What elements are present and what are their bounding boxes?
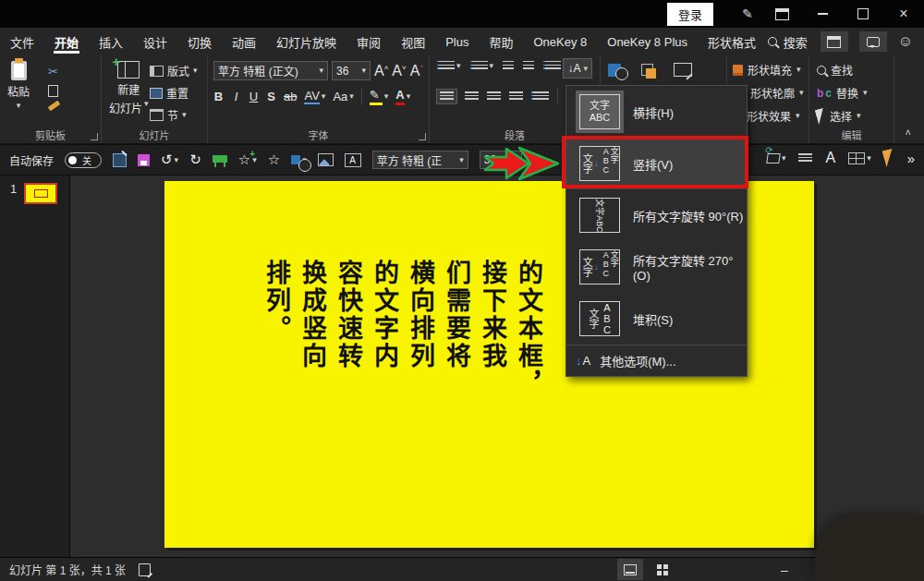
group-label-editing: 编辑 [809,127,894,142]
text-box-icon[interactable]: A [345,153,361,167]
arrange-icon[interactable] [641,64,653,76]
justify-button[interactable] [509,91,523,102]
bullets-button[interactable]: ▾ [437,61,461,71]
proofing-icon[interactable] [139,563,151,576]
highlight-color-button[interactable]: ✎▾ [370,88,389,105]
tab-onekey8plus[interactable]: OneKey 8 Plus [597,28,698,55]
slide-sorter-button[interactable] [649,559,675,580]
font-color-button[interactable]: A▾ [395,88,410,105]
font-size-combobox[interactable]: 36▾ [332,61,371,80]
slide-thumbnail[interactable] [24,183,57,204]
tab-file[interactable]: 文件 [0,28,44,55]
close-button[interactable]: × [883,0,924,28]
normal-view-button[interactable] [617,559,643,580]
undo-button[interactable]: ↺▾ [161,151,178,168]
login-button[interactable]: 登录 [667,3,713,26]
section-button[interactable]: 节▾ [150,107,187,123]
tab-view[interactable]: 视图 [391,28,435,55]
tab-transitions[interactable]: 切换 [177,28,222,55]
shapes-gallery-icon[interactable] [608,64,621,77]
numbering-button[interactable]: ▾ [470,61,494,71]
more-commands-button[interactable]: » [907,151,915,166]
menu-item-stacked[interactable]: 文字 ABC 堆积(S) [566,293,747,345]
banner-shape-icon[interactable] [213,155,227,163]
new-slide-button[interactable]: 新建 幻灯片▾ [109,61,149,115]
shadow-button[interactable]: S [266,90,276,103]
menu-item-rotate90[interactable]: 文字ABC 所有文字旋转 90°(R) [566,189,747,241]
clear-formatting-button[interactable]: A [410,63,420,79]
redo-button[interactable]: ↻ [189,151,201,168]
font-button[interactable]: A [825,150,835,166]
format-painter-button[interactable] [48,101,61,112]
search-box[interactable]: 搜索 [768,33,821,51]
qat-font-name-combobox[interactable]: 苹方 特粗 (正▾ [372,151,468,169]
align-left-button[interactable] [437,90,456,103]
select-objects-icon[interactable] [882,149,896,167]
dialog-launcher-icon[interactable] [419,133,426,140]
star-icon[interactable]: ☆ [268,151,280,168]
shrink-font-button[interactable]: A˅ [392,63,406,79]
ribbon-right-edge: ˄ [894,55,924,143]
tab-plus[interactable]: Plus [435,28,479,55]
bold-button[interactable]: B [213,90,224,103]
tab-home[interactable]: 开始 [44,28,89,55]
quick-styles-icon[interactable] [674,63,692,77]
maximize-button[interactable] [843,0,883,28]
shape-fill-button[interactable]: 形状填充▾ [733,62,804,78]
tab-insert[interactable]: 插入 [89,28,133,55]
underline-button[interactable]: U [249,90,259,103]
collapse-ribbon-button[interactable]: ˄ [906,127,911,138]
tab-animations[interactable]: 动画 [222,28,266,55]
replace-button[interactable]: bc替换▾ [817,85,868,101]
cut-button[interactable]: ✂ [48,65,58,79]
align-right-icon [487,91,501,102]
menu-item-label: 堆积(S) [633,310,673,328]
italic-button[interactable]: I [231,90,241,103]
share-button[interactable] [821,31,848,52]
select-button[interactable]: 选择▾ [817,108,868,124]
text-direction-button[interactable]: ↓A▾ [563,58,592,79]
tab-shape-format[interactable]: 形状格式 [698,28,766,55]
character-spacing-button[interactable]: AV▾ [304,89,325,104]
tab-help[interactable]: 帮助 [479,28,523,55]
tab-slideshow[interactable]: 幻灯片放映 [266,28,346,55]
feedback-smiley-icon[interactable]: ☺ [898,33,913,50]
rotate-shape-button[interactable]: ▾ [767,153,786,163]
autosave-toggle[interactable]: 关 [65,152,102,168]
change-case-button[interactable]: Aa▾ [333,90,353,103]
draft-view-icon[interactable] [113,153,127,167]
align-right-button[interactable] [487,91,501,102]
minimize-button[interactable] [802,0,843,28]
menu-item-rotate270[interactable]: 文字 ↓ 文字ABC 所有文字旋转 270°(O) [566,241,747,293]
tab-onekey8[interactable]: OneKey 8 [523,28,597,55]
zoom-out-button[interactable]: – [781,563,788,577]
favorite-add-button[interactable]: ☆▾ [238,151,257,168]
save-button[interactable] [138,154,150,166]
insert-picture-icon[interactable] [318,153,334,166]
menu-item-horizontal[interactable]: 文字ABC 横排(H) [566,86,747,138]
increase-indent-button[interactable] [523,61,534,71]
paragraph-settings-icon[interactable] [798,153,812,163]
menu-bar: 文件 开始 插入 设计 切换 动画 幻灯片放映 审阅 视图 Plus 帮助 On… [0,28,924,55]
ribbon-display-options-button[interactable] [761,0,802,28]
pen-icon[interactable]: ✎ [734,6,761,21]
paste-button[interactable]: 粘贴 ▾ [7,61,30,110]
reset-button[interactable]: 重置 [150,85,188,101]
find-button[interactable]: 查找 [817,62,868,78]
layout-button[interactable]: 版式▾ [150,63,198,79]
tab-review[interactable]: 审阅 [346,28,391,55]
strikethrough-button[interactable]: ab [284,90,297,103]
layout-picker-button[interactable]: ▾ [848,152,871,164]
grow-font-button[interactable]: A˄ [374,63,388,79]
menu-item-more-options[interactable]: ↓A 其他选项(M)... [566,345,747,376]
distribute-button[interactable] [531,91,549,102]
shapes-button[interactable]: ▾ [291,155,307,164]
copy-button[interactable] [48,85,58,97]
dialog-launcher-icon[interactable] [91,133,98,140]
align-center-icon [465,91,479,102]
align-center-button[interactable] [465,91,479,102]
tab-design[interactable]: 设计 [133,28,177,55]
font-name-combobox[interactable]: 苹方 特粗 (正文)▾ [213,61,328,80]
comments-button[interactable] [859,31,887,52]
decrease-indent-button[interactable] [503,61,514,71]
